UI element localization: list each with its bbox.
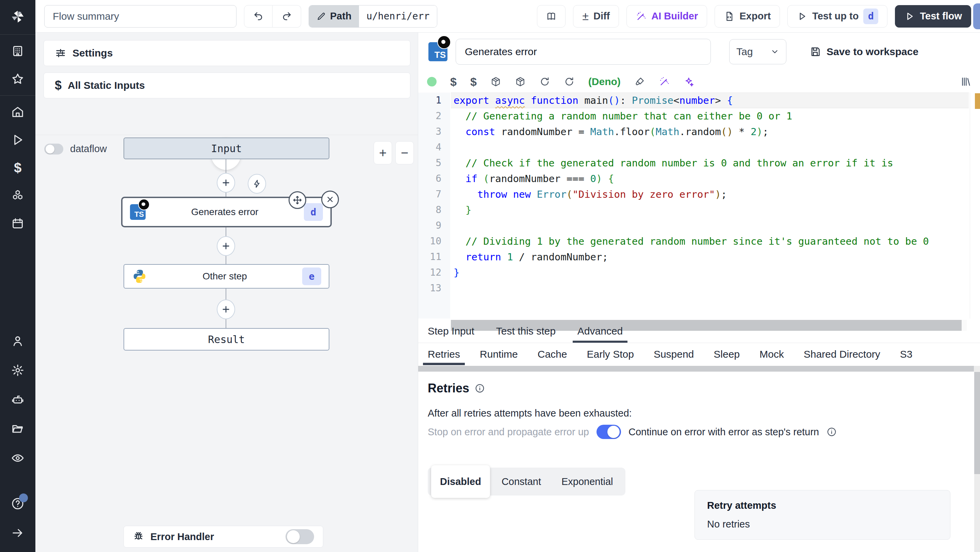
help-icon[interactable] bbox=[10, 496, 25, 511]
code-line[interactable]: // Dividing 1 by the generated random nu… bbox=[451, 234, 969, 249]
info-icon[interactable] bbox=[827, 427, 837, 437]
delete-node-button[interactable] bbox=[321, 191, 339, 208]
runs-icon[interactable] bbox=[10, 132, 25, 147]
line-number: 6 bbox=[418, 171, 450, 186]
result-node[interactable]: Result bbox=[124, 328, 329, 350]
retry-mode-exponential[interactable]: Exponential bbox=[553, 468, 622, 496]
package-icon[interactable] bbox=[490, 76, 501, 87]
panel-vscrollbar[interactable] bbox=[974, 366, 980, 552]
ai-sparkles-icon[interactable] bbox=[683, 76, 694, 87]
zoom-in-button[interactable]: + bbox=[374, 141, 392, 164]
redo-button[interactable] bbox=[272, 5, 301, 27]
input-node[interactable]: Input bbox=[124, 137, 329, 159]
info-icon[interactable] bbox=[475, 383, 485, 393]
reload-icon[interactable] bbox=[539, 76, 550, 87]
overflow-button-partial[interactable] bbox=[973, 3, 980, 29]
editor-code[interactable]: export async function main(): Promise<nu… bbox=[451, 92, 969, 318]
tab-step-input[interactable]: Step Input bbox=[428, 319, 474, 343]
trigger-bolt-button[interactable] bbox=[248, 174, 266, 194]
move-node-button[interactable] bbox=[288, 191, 306, 209]
code-line[interactable]: throw new Error("Division by zero error"… bbox=[451, 186, 969, 202]
docs-book-button[interactable] bbox=[537, 5, 566, 27]
schedules-icon[interactable] bbox=[10, 216, 25, 231]
resources-picker-icon[interactable]: $ bbox=[470, 75, 477, 89]
code-line[interactable]: export async function main(): Promise<nu… bbox=[451, 92, 969, 108]
undo-button[interactable] bbox=[244, 5, 272, 27]
subtab-mock[interactable]: Mock bbox=[759, 344, 784, 365]
save-to-workspace-button[interactable]: Save to workspace bbox=[810, 46, 918, 57]
line-number: 7 bbox=[418, 186, 450, 202]
tab-test-this-step[interactable]: Test this step bbox=[496, 319, 556, 343]
code-line[interactable] bbox=[451, 218, 969, 234]
pane-splitter[interactable] bbox=[418, 366, 974, 372]
workspace-icon[interactable] bbox=[10, 44, 25, 59]
error-handler-toggle[interactable] bbox=[285, 529, 314, 544]
subtab-retries[interactable]: Retries bbox=[428, 344, 460, 365]
code-line[interactable] bbox=[451, 280, 969, 296]
language-label[interactable]: (Deno) bbox=[588, 76, 620, 87]
subtab-runtime[interactable]: Runtime bbox=[480, 344, 518, 365]
line-number: 4 bbox=[418, 140, 450, 155]
variables-picker-icon[interactable]: $ bbox=[450, 75, 457, 89]
insert-step-button[interactable] bbox=[217, 299, 235, 319]
step-name-input[interactable] bbox=[456, 39, 711, 65]
test-up-to-button[interactable]: Test up tod bbox=[788, 5, 888, 27]
format-brush-icon[interactable] bbox=[634, 76, 645, 87]
tag-select[interactable]: Tag bbox=[729, 39, 786, 64]
stop-on-error-label[interactable]: Stop on error and propagate error up bbox=[428, 426, 589, 437]
ai-wand-icon[interactable] bbox=[659, 76, 670, 87]
subtab-shared-directory[interactable]: Shared Directory bbox=[804, 344, 880, 365]
insert-step-button[interactable] bbox=[217, 236, 235, 256]
folders-icon[interactable] bbox=[10, 421, 25, 436]
diff-button[interactable]: ±Diff bbox=[573, 5, 619, 27]
export-file-icon bbox=[724, 11, 735, 22]
test-flow-button[interactable]: Test flow bbox=[895, 5, 971, 27]
user-icon[interactable] bbox=[10, 334, 25, 348]
continue-on-error-label[interactable]: Continue on error with error as step's r… bbox=[628, 426, 819, 437]
code-line[interactable] bbox=[451, 140, 969, 155]
continue-on-error-toggle[interactable] bbox=[597, 425, 621, 439]
code-line[interactable]: if (randomNumber === 0) { bbox=[451, 171, 969, 186]
dataflow-toggle[interactable] bbox=[44, 144, 63, 154]
code-line[interactable]: const randomNumber = Math.floor(Math.ran… bbox=[451, 124, 969, 140]
code-line[interactable]: } bbox=[451, 202, 969, 218]
retry-mode-disabled[interactable]: Disabled bbox=[431, 465, 490, 498]
insert-step-button[interactable] bbox=[217, 173, 235, 192]
zoom-out-button[interactable]: − bbox=[395, 141, 414, 164]
wand-icon bbox=[636, 11, 646, 22]
subtab-s3[interactable]: S3 bbox=[900, 344, 913, 365]
settings-gear-icon[interactable] bbox=[10, 363, 25, 378]
home-icon[interactable] bbox=[10, 105, 25, 119]
retry-mode-constant[interactable]: Constant bbox=[493, 468, 550, 496]
resources-icon[interactable] bbox=[10, 188, 25, 203]
package-icon[interactable] bbox=[515, 76, 526, 87]
path-chip[interactable]: Path u/henri/err bbox=[309, 5, 437, 27]
windmill-logo[interactable] bbox=[0, 0, 35, 35]
error-handler-card[interactable]: Error Handler bbox=[124, 526, 323, 547]
expand-sidebar-icon[interactable] bbox=[10, 525, 25, 541]
editor-toolbar: $ $ (Deno) bbox=[418, 71, 980, 92]
audit-eye-icon[interactable] bbox=[10, 450, 25, 466]
subtab-suspend[interactable]: Suspend bbox=[654, 344, 694, 365]
variables-icon[interactable]: $ bbox=[10, 160, 25, 175]
code-line[interactable]: // Check if the generated random number … bbox=[451, 155, 969, 171]
library-icon[interactable] bbox=[960, 76, 971, 87]
reload-icon[interactable] bbox=[564, 76, 575, 87]
subtab-sleep[interactable]: Sleep bbox=[714, 344, 740, 365]
tab-advanced[interactable]: Advanced bbox=[578, 319, 623, 343]
step-node-other-step[interactable]: Other step e bbox=[124, 264, 329, 289]
all-static-inputs-card[interactable]: $ All Static Inputs bbox=[43, 73, 410, 99]
export-button[interactable]: Export bbox=[714, 5, 780, 27]
save-icon bbox=[810, 46, 821, 57]
favorites-star-icon[interactable] bbox=[10, 72, 25, 86]
flow-settings-card[interactable]: Settings bbox=[43, 40, 410, 66]
code-editor[interactable]: 12345678910111213 export async function … bbox=[418, 92, 980, 318]
subtab-early-stop[interactable]: Early Stop bbox=[587, 344, 633, 365]
code-line[interactable]: return 1 / randomNumber; bbox=[451, 249, 969, 265]
ai-builder-button[interactable]: AI Builder bbox=[627, 5, 707, 27]
flow-summary-input[interactable] bbox=[44, 5, 237, 27]
code-line[interactable]: // Generating a random number that can e… bbox=[451, 108, 969, 124]
subtab-cache[interactable]: Cache bbox=[538, 344, 567, 365]
workers-robot-icon[interactable] bbox=[10, 392, 25, 407]
code-line[interactable]: } bbox=[451, 265, 969, 280]
